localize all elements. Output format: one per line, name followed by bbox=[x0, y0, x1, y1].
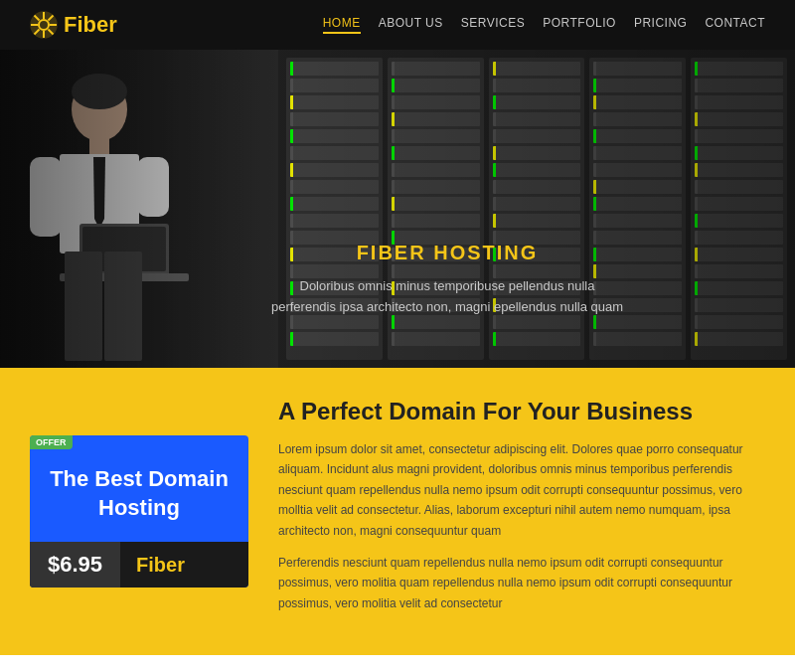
nav-pricing[interactable]: PRICING bbox=[634, 16, 688, 34]
logo[interactable]: Fiber bbox=[30, 11, 117, 39]
domain-text-2: Perferendis nesciunt quam repellendus nu… bbox=[278, 553, 765, 613]
offer-brand: Fiber bbox=[120, 544, 201, 587]
logo-icon bbox=[30, 11, 58, 39]
hero-content: FIBER HOSTING Doloribus omnis minus temp… bbox=[271, 242, 623, 368]
logo-text: Fiber bbox=[64, 12, 117, 38]
domain-title: A Perfect Domain For Your Business bbox=[278, 398, 765, 425]
domain-text-1: Lorem ipsum dolor sit amet, consectetur … bbox=[278, 439, 765, 541]
bottom-section: Why Choose Us? Sed ut perspiciataats und… bbox=[0, 655, 795, 672]
nav-home[interactable]: HOME bbox=[323, 16, 361, 34]
offer-price: $6.95 bbox=[30, 542, 120, 588]
hero-title: FIBER HOSTING bbox=[271, 242, 623, 264]
domain-content: A Perfect Domain For Your Business Lorem… bbox=[278, 398, 765, 625]
offer-card: OFFER The Best Domain Hosting $6.95 Fibe… bbox=[30, 435, 248, 588]
hero-section: FIBER HOSTING Doloribus omnis minus temp… bbox=[0, 50, 795, 368]
hero-subtitle: Doloribus omnis minus temporibuse pellen… bbox=[271, 276, 623, 318]
offer-title: The Best Domain Hosting bbox=[30, 435, 248, 542]
header: Fiber HOME ABOUT US SERVICES PORTFOLIO P… bbox=[0, 0, 795, 50]
nav: HOME ABOUT US SERVICES PORTFOLIO PRICING… bbox=[323, 16, 765, 34]
nav-contact[interactable]: CONTACT bbox=[705, 16, 765, 34]
offer-badge: OFFER bbox=[30, 435, 73, 449]
nav-services[interactable]: SERVICES bbox=[461, 16, 525, 34]
offer-price-bar: $6.95 Fiber bbox=[30, 542, 248, 588]
offer-section: OFFER The Best Domain Hosting $6.95 Fibe… bbox=[0, 368, 795, 655]
nav-portfolio[interactable]: PORTFOLIO bbox=[543, 16, 616, 34]
nav-about[interactable]: ABOUT US bbox=[379, 16, 443, 34]
